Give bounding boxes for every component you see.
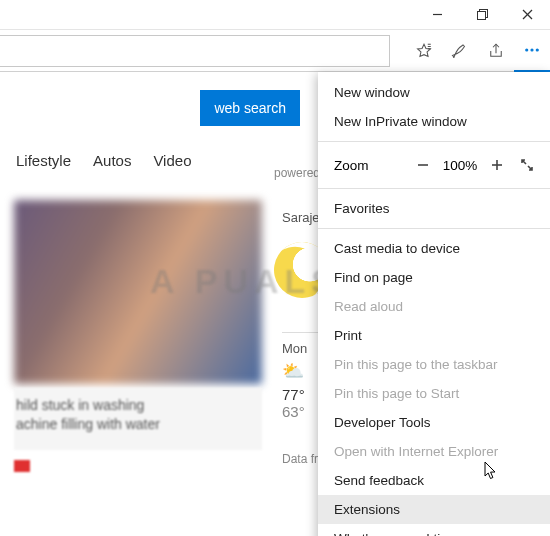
restore-button[interactable] [460,0,505,30]
menu-open-ie: Open with Internet Explorer [318,437,550,466]
svg-point-9 [531,48,533,50]
nav-link-video[interactable]: Video [153,152,191,169]
menu-cast[interactable]: Cast media to device [318,234,550,263]
settings-menu: New window New InPrivate window Zoom 100… [318,72,550,536]
close-button[interactable] [505,0,550,30]
menu-zoom-row: Zoom 100% [318,147,550,183]
menu-pin-start: Pin this page to Start [318,379,550,408]
menu-separator [318,141,550,142]
notes-pen-icon[interactable] [442,30,478,72]
svg-rect-2 [478,12,486,20]
zoom-in-button[interactable] [486,154,508,176]
menu-find[interactable]: Find on page [318,263,550,292]
watermark-large: A PUALS [150,262,340,301]
menu-read-aloud: Read aloud [318,292,550,321]
news-card-caption[interactable]: hild stuck in washing achine filling wit… [14,388,262,450]
minimize-button[interactable] [415,0,460,30]
favorites-star-icon[interactable] [406,30,442,72]
menu-extensions[interactable]: Extensions [318,495,550,524]
svg-point-8 [526,48,528,50]
menu-new-window[interactable]: New window [318,78,550,107]
menu-favorites[interactable]: Favorites [318,194,550,223]
menu-print[interactable]: Print [318,321,550,350]
fullscreen-button[interactable] [516,154,538,176]
news-source-badge [14,460,30,472]
zoom-out-button[interactable] [412,154,434,176]
menu-separator [318,228,550,229]
web-search-button[interactable]: web search [200,90,300,126]
menu-pin-taskbar: Pin this page to the taskbar [318,350,550,379]
menu-separator [318,188,550,189]
browser-toolbar [0,30,550,72]
address-bar[interactable] [0,35,390,67]
menu-send-feedback[interactable]: Send feedback [318,466,550,495]
nav-link-autos[interactable]: Autos [93,152,131,169]
menu-developer-tools[interactable]: Developer Tools [318,408,550,437]
share-icon[interactable] [478,30,514,72]
menu-new-inprivate[interactable]: New InPrivate window [318,107,550,136]
svg-point-10 [536,48,538,50]
more-menu-button[interactable] [514,30,550,72]
powered-by-label: powered [274,166,320,180]
nav-link-lifestyle[interactable]: Lifestyle [16,152,71,169]
window-titlebar [0,0,550,30]
menu-whats-new[interactable]: What's new and tips [318,524,550,536]
zoom-value: 100% [442,158,478,173]
zoom-label: Zoom [334,158,404,173]
